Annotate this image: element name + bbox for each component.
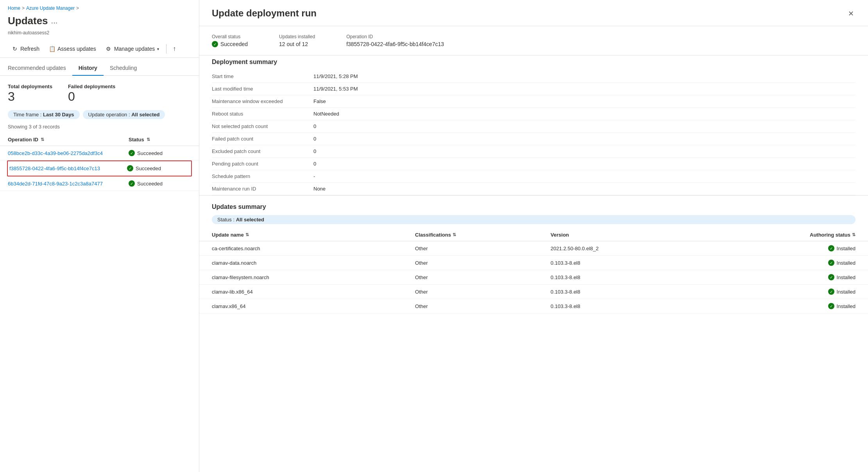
status-label-3: Succeeded bbox=[137, 181, 163, 187]
page-more-options[interactable]: ... bbox=[51, 16, 58, 25]
summary-val-not-selected: 0 bbox=[313, 123, 316, 129]
manage-updates-button[interactable]: ⚙ Manage updates ▾ bbox=[102, 43, 163, 54]
table-row[interactable]: 6b34de2d-71fd-47c8-9a23-1c2c3a8a7477 ✓ S… bbox=[0, 176, 199, 191]
operation-id-link-2[interactable]: f3855728-0422-4fa6-9f5c-bb14f4ce7c13 bbox=[9, 166, 127, 171]
auth-icon-1: ✓ bbox=[828, 245, 834, 251]
deployment-summary-title: Deployment summary bbox=[199, 55, 868, 70]
summary-key-maintenance-window: Maintenance window exceeded bbox=[212, 98, 313, 104]
summary-val-reboot-status: NotNeeded bbox=[313, 111, 339, 117]
auth-icon-4: ✓ bbox=[828, 289, 834, 295]
summary-val-failed-patch: 0 bbox=[313, 136, 316, 142]
update-auth-5: ✓ Installed bbox=[720, 303, 855, 309]
update-class-3: Other bbox=[415, 274, 551, 280]
refresh-button[interactable]: ↻ Refresh bbox=[8, 43, 43, 54]
summary-val-maintenance-window: False bbox=[313, 98, 326, 104]
overall-status-label: Overall status bbox=[212, 34, 248, 39]
operation-id-link-1[interactable]: 058bce2b-d33c-4a39-be06-2275da2df3c4 bbox=[8, 150, 129, 156]
operation-label: Update operation : bbox=[88, 112, 130, 118]
manage-dropdown-icon: ▾ bbox=[157, 47, 159, 51]
time-frame-filter[interactable]: Time frame : Last 30 Days bbox=[8, 110, 80, 119]
auth-icon-2: ✓ bbox=[828, 260, 834, 266]
summary-row-not-selected: Not selected patch count 0 bbox=[212, 120, 855, 133]
status-label-1: Succeeded bbox=[137, 150, 163, 156]
update-name-4: clamav-lib.x86_64 bbox=[212, 289, 415, 295]
summary-row-maintenance-window: Maintenance window exceeded False bbox=[212, 95, 855, 108]
summary-key-pending-patch: Pending patch count bbox=[212, 161, 313, 167]
update-name-3: clamav-filesystem.noarch bbox=[212, 274, 415, 280]
total-deployments-block: Total deployments 3 bbox=[8, 84, 52, 104]
time-frame-value: Last 30 Days bbox=[43, 112, 74, 118]
col-status-header: Status ⇅ bbox=[129, 137, 191, 142]
table-row-selected[interactable]: f3855728-0422-4fa6-9f5c-bb14f4ce7c13 ✓ S… bbox=[8, 161, 191, 176]
summary-val-maintenance-run: None bbox=[313, 186, 326, 192]
update-class-sort-icon[interactable]: ⇅ bbox=[453, 232, 456, 237]
updates-col-name-header: Update name ⇅ bbox=[212, 232, 415, 238]
tab-history[interactable]: History bbox=[72, 61, 104, 76]
update-auth-sort-icon[interactable]: ⇅ bbox=[852, 232, 855, 237]
breadcrumb-sep2: > bbox=[76, 5, 79, 11]
update-auth-4: ✓ Installed bbox=[720, 289, 855, 295]
updates-table-row[interactable]: clamav-filesystem.noarch Other 0.103.3-8… bbox=[199, 270, 868, 285]
operation-value: All selected bbox=[131, 112, 159, 118]
summary-key-last-modified: Last modified time bbox=[212, 86, 313, 92]
row-status-2: ✓ Succeeded bbox=[127, 165, 190, 171]
operation-id-block: Operation ID f3855728-0422-4fa6-9f5c-bb1… bbox=[346, 34, 444, 47]
update-class-4: Other bbox=[415, 289, 551, 295]
overall-status-row: Overall status ✓ Succeeded Updates insta… bbox=[199, 26, 868, 55]
operation-sort-icon[interactable]: ⇅ bbox=[41, 137, 44, 142]
operation-id-value: f3855728-0422-4fa6-9f5c-bb14f4ce7c13 bbox=[346, 41, 444, 47]
summary-val-last-modified: 11/9/2021, 5:53 PM bbox=[313, 86, 358, 92]
tab-scheduling[interactable]: Scheduling bbox=[104, 61, 143, 76]
summary-key-failed-patch: Failed patch count bbox=[212, 136, 313, 142]
breadcrumb-home[interactable]: Home bbox=[8, 5, 20, 11]
update-version-2: 0.103.3-8.el8 bbox=[551, 260, 720, 266]
update-auth-1: ✓ Installed bbox=[720, 245, 855, 251]
summary-val-start-time: 11/9/2021, 5:28 PM bbox=[313, 73, 358, 79]
updates-col-class-header: Classifications ⇅ bbox=[415, 232, 551, 238]
table-row[interactable]: 058bce2b-d33c-4a39-be06-2275da2df3c4 ✓ S… bbox=[0, 146, 199, 160]
summary-key-start-time: Start time bbox=[212, 73, 313, 79]
assess-icon: 📋 bbox=[49, 46, 55, 52]
failed-deployments-value: 0 bbox=[68, 89, 115, 104]
tabs: Recommended updates History Scheduling bbox=[0, 61, 199, 76]
selected-row-container: f3855728-0422-4fa6-9f5c-bb14f4ce7c13 ✓ S… bbox=[7, 160, 192, 176]
update-version-5: 0.103.3-8.el8 bbox=[551, 303, 720, 309]
summary-val-schedule-pattern: - bbox=[313, 173, 315, 179]
time-frame-label: Time frame : bbox=[13, 112, 41, 118]
updates-table-row[interactable]: clamav-data.noarch Other 0.103.3-8.el8 ✓… bbox=[199, 256, 868, 270]
breadcrumb-azure[interactable]: Azure Update Manager bbox=[26, 5, 75, 11]
upload-button[interactable]: ↑ bbox=[170, 44, 179, 54]
summary-row-schedule-pattern: Schedule pattern - bbox=[212, 170, 855, 183]
panel-header: Update deployment run ✕ bbox=[199, 0, 868, 26]
page-title-row: Updates ... bbox=[0, 13, 199, 30]
updates-table-row[interactable]: clamav.x86_64 Other 0.103.3-8.el8 ✓ Inst… bbox=[199, 299, 868, 313]
assess-label: Assess updates bbox=[57, 46, 96, 52]
tab-recommended-updates[interactable]: Recommended updates bbox=[8, 61, 72, 76]
overall-status-block: Overall status ✓ Succeeded bbox=[212, 34, 248, 47]
close-button[interactable]: ✕ bbox=[847, 8, 855, 20]
update-class-2: Other bbox=[415, 260, 551, 266]
status-filter-chip[interactable]: Status : All selected bbox=[212, 215, 855, 224]
summary-key-excluded-patch: Excluded patch count bbox=[212, 148, 313, 154]
updates-installed-label: Updates installed bbox=[279, 34, 315, 39]
summary-row-reboot-status: Reboot status NotNeeded bbox=[212, 108, 855, 120]
updates-col-version-header: Version bbox=[551, 232, 720, 238]
operation-id-link-3[interactable]: 6b34de2d-71fd-47c8-9a23-1c2c3a8a7477 bbox=[8, 181, 129, 187]
refresh-icon: ↻ bbox=[12, 46, 18, 52]
operation-filter[interactable]: Update operation : All selected bbox=[83, 110, 165, 119]
update-version-3: 0.103.3-8.el8 bbox=[551, 274, 720, 280]
update-version-4: 0.103.3-8.el8 bbox=[551, 289, 720, 295]
updates-table-row[interactable]: ca-certificates.noarch Other 2021.2.50-8… bbox=[199, 241, 868, 256]
updates-summary-title: Updates summary bbox=[199, 195, 868, 215]
status-filter-label: Status : bbox=[217, 217, 234, 223]
updates-table-row[interactable]: clamav-lib.x86_64 Other 0.103.3-8.el8 ✓ … bbox=[199, 285, 868, 299]
manage-icon: ⚙ bbox=[106, 46, 112, 52]
summary-row-maintenance-run: Maintenance run ID None bbox=[212, 183, 855, 195]
stats-row: Total deployments 3 Failed deployments 0 bbox=[0, 76, 199, 110]
summary-val-pending-patch: 0 bbox=[313, 161, 316, 167]
status-sort-icon[interactable]: ⇅ bbox=[147, 137, 150, 142]
update-name-sort-icon[interactable]: ⇅ bbox=[245, 232, 249, 237]
breadcrumb: Home > Azure Update Manager > bbox=[0, 0, 199, 13]
summary-row-last-modified: Last modified time 11/9/2021, 5:53 PM bbox=[212, 83, 855, 95]
assess-updates-button[interactable]: 📋 Assess updates bbox=[45, 43, 100, 54]
